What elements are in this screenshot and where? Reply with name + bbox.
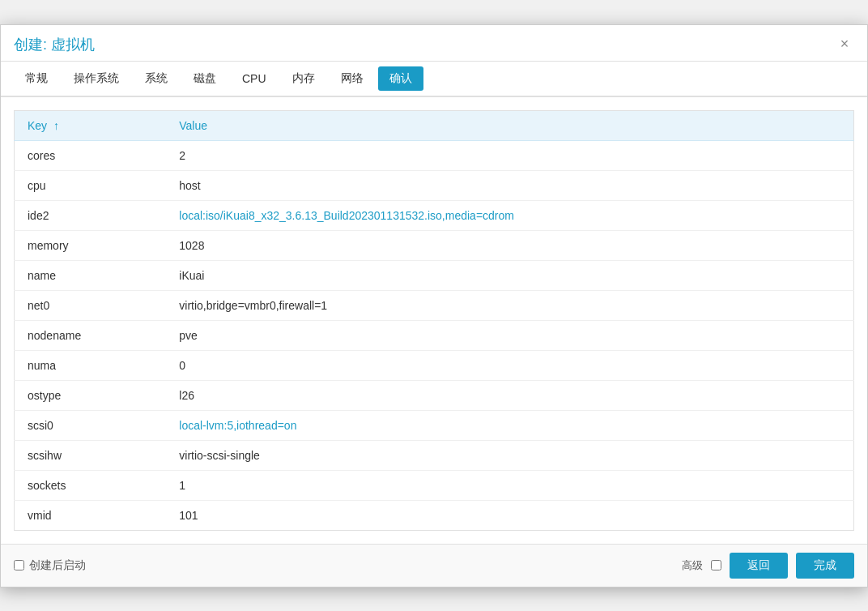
- tab-内存[interactable]: 内存: [281, 66, 326, 91]
- tab-网络[interactable]: 网络: [330, 66, 375, 91]
- advanced-label: 高级: [682, 558, 703, 573]
- table-row: ide2local:iso/iKuai8_x32_3.6.13_Build202…: [15, 200, 854, 230]
- dialog-title: 创建: 虚拟机: [14, 35, 95, 54]
- table-cell-key: vmid: [15, 500, 167, 530]
- table-cell-key: net0: [15, 290, 167, 320]
- table-cell-value: local-lvm:5,iothread=on: [166, 410, 853, 440]
- config-table: Key ↑ Value cores2cpuhostide2local:iso/i…: [14, 110, 854, 531]
- table-cell-key: scsihw: [15, 440, 167, 470]
- table-row: scsi0local-lvm:5,iothread=on: [15, 410, 854, 440]
- create-vm-dialog: 创建: 虚拟机 × 常规操作系统系统磁盘CPU内存网络确认 Key ↑ Valu…: [0, 24, 868, 588]
- back-button[interactable]: 返回: [730, 553, 788, 579]
- advanced-checkbox[interactable]: [711, 560, 721, 570]
- table-cell-key: scsi0: [15, 410, 167, 440]
- table-cell-value: local:iso/iKuai8_x32_3.6.13_Build2023011…: [166, 200, 853, 230]
- tab-确认[interactable]: 确认: [378, 66, 423, 91]
- table-row: ostypel26: [15, 380, 854, 410]
- table-row: cores2: [15, 140, 854, 170]
- table-row: vmid101: [15, 500, 854, 530]
- table-cell-key: sockets: [15, 470, 167, 500]
- dialog-body: Key ↑ Value cores2cpuhostide2local:iso/i…: [1, 97, 867, 544]
- tab-磁盘[interactable]: 磁盘: [182, 66, 228, 91]
- finish-button[interactable]: 完成: [796, 553, 854, 579]
- tab-CPU[interactable]: CPU: [231, 67, 278, 90]
- start-after-create-checkbox[interactable]: [14, 560, 24, 570]
- table-row: nodenamepve: [15, 320, 854, 350]
- table-cell-value: iKuai: [166, 260, 853, 290]
- table-cell-value: l26: [166, 380, 853, 410]
- tab-系统[interactable]: 系统: [134, 66, 179, 91]
- table-cell-key: cores: [15, 140, 167, 170]
- table-cell-key: nodename: [15, 320, 167, 350]
- table-cell-value: 1028: [166, 230, 853, 260]
- table-cell-key: name: [15, 260, 167, 290]
- table-cell-value: host: [166, 170, 853, 200]
- table-row: numa0: [15, 350, 854, 380]
- table-cell-value: 101: [166, 500, 853, 530]
- close-button[interactable]: ×: [835, 35, 854, 54]
- table-cell-value: 0: [166, 350, 853, 380]
- footer-left: 创建后启动: [14, 558, 86, 573]
- table-cell-value: 2: [166, 140, 853, 170]
- tab-操作系统[interactable]: 操作系统: [62, 66, 130, 91]
- col-value-header: Value: [166, 110, 853, 140]
- start-after-create-label[interactable]: 创建后启动: [29, 558, 86, 573]
- table-cell-key: ostype: [15, 380, 167, 410]
- tab-bar: 常规操作系统系统磁盘CPU内存网络确认: [1, 62, 867, 97]
- table-row: net0virtio,bridge=vmbr0,firewall=1: [15, 290, 854, 320]
- table-row: cpuhost: [15, 170, 854, 200]
- col-key-header[interactable]: Key ↑: [15, 110, 167, 140]
- table-cell-key: numa: [15, 350, 167, 380]
- bottom-bar: 创建后启动 高级 返回 完成: [1, 544, 867, 587]
- table-cell-value: pve: [166, 320, 853, 350]
- tab-常规[interactable]: 常规: [14, 66, 59, 91]
- table-row: memory1028: [15, 230, 854, 260]
- table-cell-value: 1: [166, 470, 853, 500]
- table-cell-value: virtio,bridge=vmbr0,firewall=1: [166, 290, 853, 320]
- dialog-header: 创建: 虚拟机 ×: [1, 25, 867, 62]
- config-table-body: cores2cpuhostide2local:iso/iKuai8_x32_3.…: [15, 140, 854, 530]
- table-cell-value: virtio-scsi-single: [166, 440, 853, 470]
- table-cell-key: ide2: [15, 200, 167, 230]
- sort-arrow-icon: ↑: [53, 119, 59, 132]
- table-cell-key: cpu: [15, 170, 167, 200]
- table-cell-key: memory: [15, 230, 167, 260]
- table-row: sockets1: [15, 470, 854, 500]
- table-row: nameiKuai: [15, 260, 854, 290]
- table-row: scsihwvirtio-scsi-single: [15, 440, 854, 470]
